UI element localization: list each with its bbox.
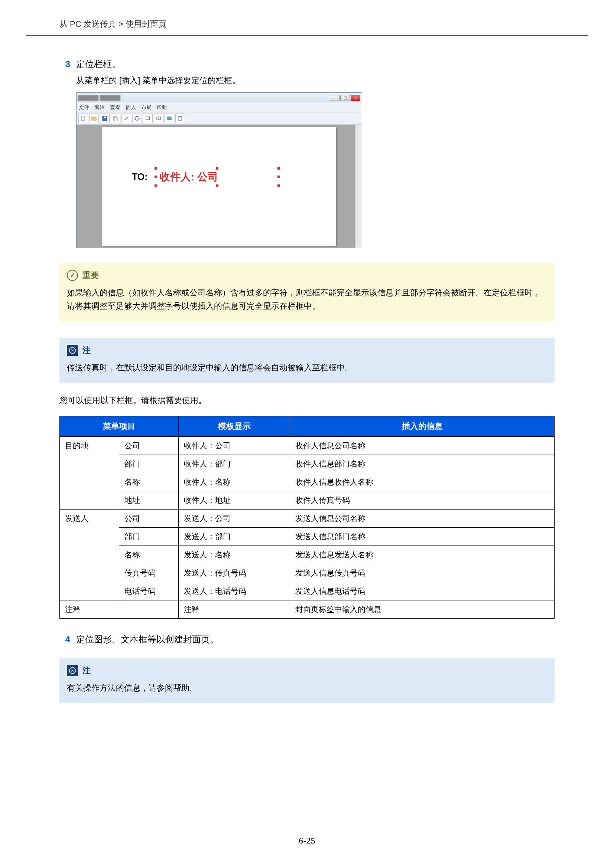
td: 收件人信息收件人名称: [290, 473, 555, 491]
important-callout: ✓ 重要 如果输入的信息（如收件人名称或公司名称）含有过多的字符，则栏框不能完全…: [59, 263, 555, 321]
svg-rect-0: [81, 116, 85, 121]
app-window: ██████ ██████ — ▢ ✕ 文件 编辑 查看 插入 布局 帮助 a: [76, 92, 362, 248]
important-title: 重要: [82, 270, 99, 281]
svg-rect-2: [104, 116, 106, 118]
resize-handle[interactable]: [154, 167, 157, 170]
to-label: TO:: [132, 172, 148, 182]
menu-file[interactable]: 文件: [79, 104, 89, 110]
note-body: 有关操作方法的信息，请参阅帮助。: [67, 681, 547, 695]
important-body: 如果输入的信息（如收件人名称或公司名称）含有过多的字符，则栏框不能完全显示该信息…: [67, 286, 547, 313]
line-icon[interactable]: [121, 113, 131, 123]
td: 发送人信息传真号码: [290, 564, 555, 582]
group-cell: 目的地: [60, 437, 119, 510]
table-row: 目的地 公司 收件人：公司 收件人信息公司名称: [60, 437, 555, 455]
svg-text:a: a: [158, 117, 160, 120]
td: 收件人：部门: [179, 455, 290, 473]
svg-rect-10: [167, 116, 172, 120]
td: 公司: [119, 510, 179, 528]
step-3: 3 定位栏框。: [59, 58, 555, 70]
note-icon: [67, 665, 78, 676]
note-callout: 注 有关操作方法的信息，请参阅帮助。: [59, 658, 555, 703]
field-table: 菜单项目 模板显示 插入的信息 目的地 公司 收件人：公司 收件人信息公司名称 …: [59, 416, 555, 618]
menu-edit[interactable]: 编辑: [94, 104, 105, 110]
open-icon[interactable]: [89, 113, 99, 123]
resize-handle[interactable]: [277, 175, 280, 178]
titlebar-blurred-text: ██████ ██████: [78, 95, 120, 101]
svg-rect-13: [179, 116, 182, 117]
menu-view[interactable]: 查看: [110, 104, 120, 110]
rect-icon[interactable]: [143, 113, 153, 123]
canvas-page[interactable]: TO: 收件人: 公司: [102, 127, 336, 246]
td: 部门: [119, 455, 179, 473]
td: 电话号码: [119, 582, 179, 600]
note-body: 传送传真时，在默认设定和目的地设定中输入的信息将会自动被输入至栏框中。: [67, 361, 547, 374]
td: 收件人：地址: [179, 491, 290, 510]
group-cell: 注释: [60, 600, 179, 618]
td: 收件人信息公司名称: [290, 437, 555, 455]
resize-handle[interactable]: [277, 167, 280, 170]
new-doc-icon[interactable]: [78, 113, 88, 123]
text-icon[interactable]: a: [154, 113, 163, 123]
canvas: TO: 收件人: 公司: [76, 125, 362, 248]
resize-handle[interactable]: [216, 167, 218, 170]
resize-handle[interactable]: [277, 184, 280, 187]
resize-handle[interactable]: [154, 184, 157, 187]
selected-field[interactable]: 收件人: 公司: [156, 169, 278, 186]
menu-layout[interactable]: 布局: [141, 104, 152, 110]
td: 发送人信息电话号码: [290, 582, 555, 600]
menubar: 文件 编辑 查看 插入 布局 帮助: [76, 103, 362, 112]
step-4: 4 定位图形、文本框等以创建封面页。: [59, 634, 555, 645]
td: 发送人：部门: [179, 528, 290, 546]
step-title: 定位图形、文本框等以创建封面页。: [76, 634, 219, 645]
check-icon: ✓: [67, 270, 78, 281]
td: 注释: [179, 600, 290, 618]
table-row: 名称 收件人：名称 收件人信息收件人名称: [60, 473, 555, 491]
table-row: 发送人 公司 发送人：公司 发送人信息公司名称: [60, 510, 555, 528]
td: 部门: [119, 528, 179, 546]
save-icon[interactable]: [100, 113, 110, 123]
note-title: 注: [82, 665, 91, 676]
td: 发送人：电话号码: [179, 582, 290, 600]
svg-point-6: [135, 116, 139, 120]
page-icon[interactable]: [175, 113, 185, 123]
td: 收件人：名称: [179, 473, 290, 491]
note-callout: 注 传送传真时，在默认设定和目的地设定中输入的信息将会自动被输入至栏框中。: [59, 338, 555, 383]
maximize-button[interactable]: ▢: [340, 95, 350, 101]
minimize-button[interactable]: —: [330, 95, 339, 101]
menu-insert[interactable]: 插入: [126, 104, 136, 110]
menu-help[interactable]: 帮助: [156, 104, 167, 110]
td: 发送人信息发送人名称: [290, 546, 555, 564]
td: 收件人：公司: [179, 437, 290, 455]
th-info: 插入的信息: [290, 416, 555, 437]
td: 名称: [119, 546, 179, 564]
copy-icon[interactable]: [111, 113, 120, 123]
table-row: 地址 收件人：地址 收件人传真号码: [60, 491, 555, 510]
resize-handle[interactable]: [154, 175, 157, 178]
image-icon[interactable]: [165, 113, 174, 123]
ellipse-icon[interactable]: [132, 113, 142, 123]
titlebar: ██████ ██████ — ▢ ✕: [76, 93, 362, 103]
td: 收件人传真号码: [290, 491, 555, 510]
table-row: 名称 发送人：名称 发送人信息发送人名称: [60, 546, 555, 564]
table-row: 部门 收件人：部门 收件人信息部门名称: [60, 455, 555, 473]
svg-rect-7: [146, 117, 150, 120]
step-3-sub: 从菜单栏的 [插入] 菜单中选择要定位的栏框。: [76, 74, 555, 87]
close-button[interactable]: ✕: [351, 95, 360, 101]
note-icon: [67, 345, 78, 356]
td: 发送人：公司: [179, 510, 290, 528]
step-title: 定位栏框。: [76, 58, 121, 70]
group-cell: 发送人: [60, 510, 119, 600]
svg-line-5: [124, 116, 128, 120]
td: 地址: [119, 491, 179, 510]
resize-handle[interactable]: [216, 184, 218, 187]
svg-rect-4: [114, 117, 117, 121]
note-title: 注: [82, 345, 91, 356]
table-row: 部门 发送人：部门 发送人信息部门名称: [60, 528, 555, 546]
th-template: 模板显示: [179, 416, 290, 437]
td: 发送人信息公司名称: [290, 510, 555, 528]
scrollbar[interactable]: [355, 125, 362, 248]
page: 从 PC 发送传真 > 使用封面页 3 定位栏框。 从菜单栏的 [插入] 菜单中…: [0, 0, 614, 868]
page-number: 6-25: [0, 836, 614, 846]
step-number: 4: [59, 634, 76, 645]
th-menu: 菜单项目: [60, 416, 179, 437]
